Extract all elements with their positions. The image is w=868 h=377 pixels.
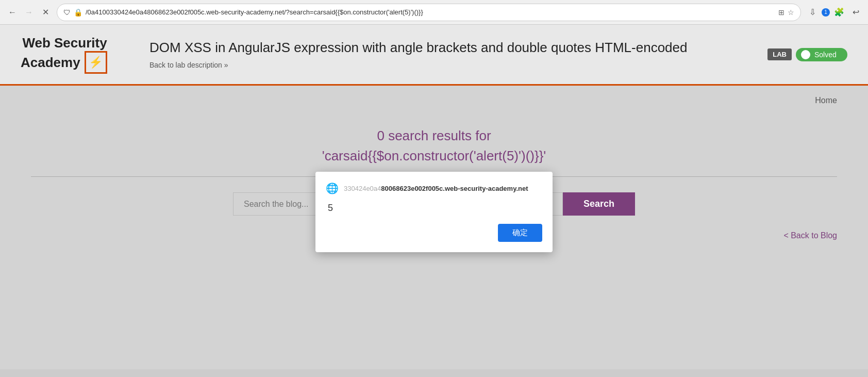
forward-button[interactable]: → [22,5,36,20]
shield-icon: 🛡 [63,8,71,17]
dialog-box: 🌐 330424e0a480068623e002f005c.web-securi… [315,172,553,252]
toggle-circle [801,50,810,59]
notification-badge: 1 [822,8,830,17]
dialog-url: 330424e0a480068623e002f005c.web-security… [344,185,528,192]
reload-button[interactable]: ✕ [38,5,53,20]
extensions-button[interactable]: 🧩 [832,5,846,20]
profile-button[interactable]: ↩ [848,5,863,20]
star-icon: ☆ [788,8,794,17]
address-bar[interactable]: 🛡 🔒 /0a4100330424e0a48068623e002f005c.we… [57,4,801,21]
qr-icon: ⊞ [778,8,784,17]
solved-toggle[interactable]: Solved [796,48,847,61]
logo-text: Web Security Academy ⚡ [21,35,107,74]
lab-content: Home 0 search results for 'carsaid{{$on.… [0,86,868,369]
page-header: Web Security Academy ⚡ DOM XSS in Angula… [0,25,868,86]
lab-badge: LAB [767,48,792,60]
logo-icon: ⚡ [85,51,107,74]
dialog-overlay: 🌐 330424e0a480068623e002f005c.web-securi… [0,86,868,369]
lab-title: DOM XSS in AngularJS expression with ang… [149,39,752,57]
browser-actions: ⇩ 1 🧩 ↩ [805,5,863,20]
logo-area: Web Security Academy ⚡ [21,35,134,74]
browser-chrome: ← → ✕ 🛡 🔒 /0a4100330424e0a48068623e002f0… [0,0,868,25]
lock-icon: 🔒 [74,8,82,17]
dialog-header: 🌐 330424e0a480068623e002f005c.web-securi… [326,182,542,194]
nav-buttons: ← → ✕ [5,5,53,20]
dialog-footer: 确定 [326,224,542,242]
url-text: /0a4100330424e0a48068623e002f005c.web-se… [86,8,775,16]
back-button[interactable]: ← [5,5,20,20]
dialog-confirm-button[interactable]: 确定 [498,224,542,242]
dialog-value: 5 [326,203,542,214]
header-content: DOM XSS in AngularJS expression with ang… [149,39,752,70]
globe-icon: 🌐 [326,182,339,194]
address-icons: ⊞ ☆ [778,8,794,17]
lab-badge-area: LAB Solved [767,48,847,61]
url-dimmed-part: 330424e0a4 [344,185,381,192]
url-bold-part: 80068623e002f005c.web-security-academy.n… [381,185,528,192]
download-button[interactable]: ⇩ [805,5,820,20]
back-to-lab-link[interactable]: Back to lab description » [149,61,228,69]
